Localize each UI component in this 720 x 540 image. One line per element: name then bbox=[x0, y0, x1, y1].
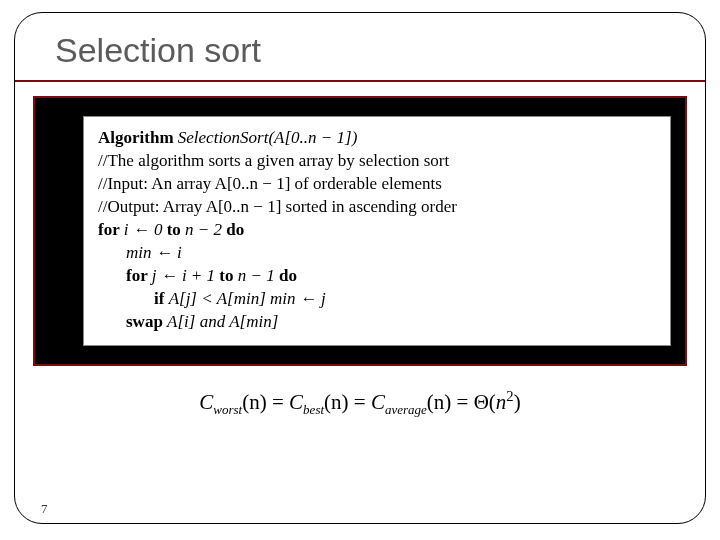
eq-close: ) bbox=[514, 390, 521, 414]
code-l5-end: n − 2 bbox=[181, 220, 226, 239]
eq-arg1: (n) bbox=[242, 390, 267, 414]
eq-avg: average bbox=[385, 403, 427, 418]
page-number: 7 bbox=[41, 501, 48, 517]
code-line-8: if A[j] < A[min] min ← j bbox=[98, 288, 656, 311]
eq-theta: Θ bbox=[474, 390, 489, 414]
eq-n: n bbox=[496, 390, 507, 414]
code-l8-body: A[j] < A[min] min ← j bbox=[169, 289, 326, 308]
kw-algorithm: Algorithm bbox=[98, 128, 174, 147]
kw-do-outer: do bbox=[226, 220, 244, 239]
kw-to-outer: to bbox=[167, 220, 181, 239]
eq-c2: C bbox=[289, 390, 303, 414]
kw-swap: swap bbox=[126, 312, 167, 331]
eq-sq: 2 bbox=[506, 388, 513, 404]
eq-eq1: = bbox=[267, 390, 289, 414]
code-line-9: swap A[i] and A[min] bbox=[98, 311, 656, 334]
kw-to-inner: to bbox=[219, 266, 233, 285]
eq-c3: C bbox=[371, 390, 385, 414]
eq-arg2: (n) bbox=[324, 390, 349, 414]
code-line-2: //The algorithm sorts a given array by s… bbox=[98, 150, 656, 173]
code-line-5: for i ← 0 to n − 2 do bbox=[98, 219, 656, 242]
complexity-equation: Cworst(n) = Cbest(n) = Caverage(n) = Θ(n… bbox=[15, 388, 705, 418]
eq-c1: C bbox=[199, 390, 213, 414]
eq-arg3: (n) bbox=[427, 390, 452, 414]
code-line-6: min ← i bbox=[98, 242, 656, 265]
kw-for-outer: for bbox=[98, 220, 124, 239]
kw-do-inner: do bbox=[279, 266, 297, 285]
kw-if: if bbox=[154, 289, 169, 308]
eq-eq3: = bbox=[451, 390, 473, 414]
eq-open: ( bbox=[489, 390, 496, 414]
eq-eq2: = bbox=[349, 390, 371, 414]
slide-frame: Selection sort Algorithm SelectionSort(A… bbox=[14, 12, 706, 524]
code-line-1: Algorithm SelectionSort(A[0..n − 1]) bbox=[98, 127, 656, 150]
code-sig: SelectionSort(A[0..n − 1]) bbox=[174, 128, 358, 147]
title-divider bbox=[15, 80, 705, 82]
code-l7-body: j ← i + 1 bbox=[152, 266, 220, 285]
code-l7-end: n − 1 bbox=[234, 266, 279, 285]
algorithm-code-box: Algorithm SelectionSort(A[0..n − 1]) //T… bbox=[83, 116, 671, 346]
algorithm-outer-box: Algorithm SelectionSort(A[0..n − 1]) //T… bbox=[33, 96, 687, 366]
eq-best: best bbox=[303, 403, 324, 418]
slide-title: Selection sort bbox=[15, 31, 705, 70]
eq-worst: worst bbox=[213, 403, 242, 418]
code-line-4: //Output: Array A[0..n − 1] sorted in as… bbox=[98, 196, 656, 219]
code-line-3: //Input: An array A[0..n − 1] of orderab… bbox=[98, 173, 656, 196]
code-l9-body: A[i] and A[min] bbox=[167, 312, 278, 331]
code-line-7: for j ← i + 1 to n − 1 do bbox=[98, 265, 656, 288]
kw-for-inner: for bbox=[126, 266, 152, 285]
code-l5-body: i ← 0 bbox=[124, 220, 167, 239]
